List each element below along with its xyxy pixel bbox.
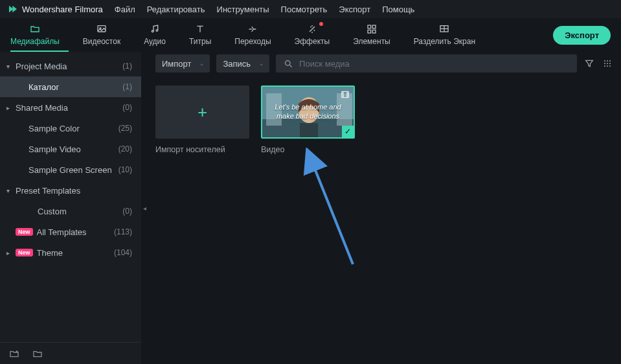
svg-point-15 [609, 63, 611, 64]
item-count: (0) [122, 207, 132, 216]
chevron-down-icon: ▾ [0, 187, 16, 194]
sidebar-item-theme[interactable]: ▸ New Theme (104) [0, 242, 141, 263]
svg-point-2 [152, 30, 153, 32]
import-media-tile[interactable]: + Импорт носителей [155, 85, 249, 154]
search-field[interactable] [276, 54, 577, 73]
filmora-logo-icon [8, 4, 18, 14]
filter-icon[interactable] [583, 58, 595, 69]
folder-icon[interactable] [32, 348, 43, 359]
sidebar-tree: ▾ Project Media (1) Каталог (1) ▸ Shared… [0, 52, 141, 342]
sidebar: ▾ Project Media (1) Каталог (1) ▸ Shared… [0, 52, 141, 364]
new-badge: New [16, 249, 33, 256]
toolbar: Медиафайлы Видеосток Аудио Титры Переход… [0, 18, 621, 52]
folder-icon [29, 24, 41, 34]
tab-transitions[interactable]: Переходы [234, 24, 271, 46]
elements-icon [366, 24, 378, 34]
tab-media[interactable]: Медиафайлы [10, 24, 60, 46]
chevron-right-icon: ▸ [0, 104, 16, 111]
music-icon [149, 24, 161, 34]
tab-stock[interactable]: Видеосток [83, 24, 120, 46]
svg-point-18 [609, 65, 611, 67]
active-tab-underline [10, 51, 69, 52]
item-count: (20) [119, 144, 132, 154]
svg-point-16 [604, 65, 605, 67]
tab-effects[interactable]: Эффекты [295, 24, 330, 46]
tab-elements[interactable]: Элементы [353, 24, 390, 46]
item-count: (0) [122, 103, 132, 112]
chevron-down-icon: ⌵ [260, 60, 263, 67]
svg-point-11 [607, 60, 608, 62]
sidebar-item-sample-video[interactable]: Sample Video (20) [0, 139, 141, 159]
plus-icon: + [198, 102, 207, 122]
item-count: (113) [114, 227, 132, 236]
menu-export[interactable]: Экспорт [339, 5, 370, 14]
svg-rect-5 [372, 25, 376, 28]
grid-view-icon[interactable] [602, 58, 613, 69]
svg-point-13 [604, 63, 605, 64]
tile-label: Видео [261, 145, 355, 154]
import-thumbnail[interactable]: + [155, 85, 249, 139]
item-count: (25) [119, 124, 132, 133]
sidebar-collapse-handle[interactable]: ◂ [141, 52, 148, 364]
record-dropdown[interactable]: Запись ⌵ [216, 54, 269, 73]
sidebar-item-custom[interactable]: Custom (0) [0, 201, 141, 222]
text-icon [194, 24, 206, 34]
svg-point-9 [285, 60, 290, 65]
tab-audio[interactable]: Аудио [144, 24, 166, 46]
import-dropdown[interactable]: Импорт ⌵ [155, 54, 210, 73]
transition-icon [247, 24, 258, 34]
tab-split-screen[interactable]: Разделить Экран [414, 24, 475, 46]
media-grid: + Импорт носителей Let' [148, 75, 621, 364]
menubar: Файл Редактировать Инструменты Посмотрет… [115, 5, 415, 14]
menu-tools[interactable]: Инструменты [217, 5, 269, 14]
svg-point-10 [604, 60, 605, 62]
video-overlay-text: Let's be at home and make bad decisions [275, 103, 341, 121]
effects-notification-dot [319, 22, 323, 26]
app-logo: Wondershare Filmora [8, 4, 103, 14]
titlebar: Wondershare Filmora Файл Редактировать И… [0, 0, 621, 18]
sidebar-item-sample-green-screen[interactable]: Sample Green Screen (10) [0, 159, 141, 180]
film-icon [340, 90, 350, 99]
chevron-down-icon: ⌵ [200, 60, 203, 67]
svg-point-3 [156, 30, 158, 32]
item-count: (10) [119, 165, 132, 174]
app-title: Wondershare Filmora [22, 5, 103, 14]
item-count: (1) [122, 82, 132, 91]
menu-view[interactable]: Посмотреть [281, 5, 328, 14]
sparkle-icon [306, 24, 318, 34]
export-button[interactable]: Экспорт [553, 26, 611, 45]
svg-point-17 [607, 65, 608, 67]
sidebar-item-project-media[interactable]: ▾ Project Media (1) [0, 56, 141, 76]
sidebar-item-all-templates[interactable]: New All Templates (113) [0, 222, 141, 242]
item-count: (1) [122, 62, 132, 71]
sidebar-item-preset-templates[interactable]: ▾ Preset Templates [0, 180, 141, 201]
search-input[interactable] [299, 59, 570, 69]
menu-file[interactable]: Файл [115, 5, 135, 14]
split-icon [438, 24, 450, 34]
svg-rect-22 [300, 123, 318, 139]
sidebar-footer [0, 342, 141, 364]
chevron-down-icon: ▾ [0, 63, 16, 70]
menu-help[interactable]: Помощь [382, 5, 414, 14]
svg-rect-4 [368, 25, 371, 28]
chevron-right-icon: ▸ [0, 249, 16, 256]
menu-edit[interactable]: Редактировать [147, 5, 205, 14]
svg-point-14 [607, 63, 608, 64]
video-thumbnail[interactable]: Let's be at home and make bad decisions … [261, 85, 355, 139]
svg-point-12 [609, 60, 611, 62]
sidebar-item-sample-color[interactable]: Sample Color (25) [0, 118, 141, 139]
tab-titles[interactable]: Титры [189, 24, 211, 46]
svg-rect-7 [372, 30, 376, 33]
main-panel: Импорт ⌵ Запись ⌵ + [148, 52, 621, 364]
main-toolbar: Импорт ⌵ Запись ⌵ [148, 52, 621, 75]
tile-label: Импорт носителей [155, 145, 249, 154]
check-icon: ✓ [342, 126, 354, 137]
sidebar-item-shared-media[interactable]: ▸ Shared Media (0) [0, 97, 141, 118]
search-icon [282, 58, 294, 69]
content: ▾ Project Media (1) Каталог (1) ▸ Shared… [0, 52, 621, 364]
video-clip-tile[interactable]: Let's be at home and make bad decisions … [261, 85, 355, 154]
item-count: (104) [114, 248, 132, 257]
new-folder-plus-icon[interactable] [9, 348, 19, 359]
svg-rect-6 [368, 30, 371, 33]
sidebar-item-catalog[interactable]: Каталог (1) [0, 76, 141, 97]
